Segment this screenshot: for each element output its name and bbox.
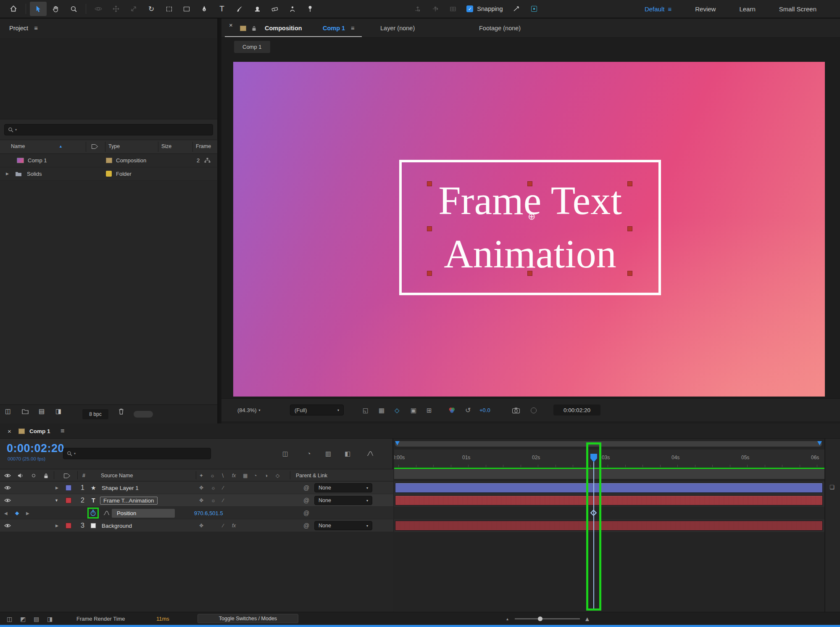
timeline-zoom-slider[interactable] bbox=[515, 618, 580, 619]
previous-keyframe-icon[interactable]: ◀ bbox=[4, 507, 8, 519]
layer-color-swatch[interactable] bbox=[66, 494, 71, 507]
show-snapshot-icon[interactable] bbox=[531, 399, 537, 422]
expand-arrow-icon[interactable]: ▶ bbox=[55, 519, 58, 532]
expand-arrow-icon[interactable]: ▶ bbox=[55, 481, 58, 494]
rectangle-shape-tool[interactable] bbox=[178, 2, 195, 16]
lock-icon[interactable] bbox=[252, 19, 256, 38]
color-management-icon[interactable] bbox=[448, 399, 456, 422]
property-label[interactable]: Position bbox=[112, 507, 175, 519]
puppet-pin-tool[interactable] bbox=[302, 2, 319, 16]
column-separator[interactable] bbox=[105, 142, 105, 152]
pen-tool[interactable] bbox=[196, 2, 213, 16]
project-item-name[interactable]: Solids bbox=[27, 167, 42, 180]
clone-stamp-tool[interactable] bbox=[249, 2, 266, 16]
panel-menu-icon[interactable]: ≡ bbox=[351, 19, 354, 38]
layer-duration-bar-background[interactable] bbox=[395, 521, 823, 531]
view-axis-mode-icon[interactable] bbox=[445, 2, 461, 16]
layer-name[interactable]: Background bbox=[102, 519, 132, 532]
anchor-point-icon[interactable]: ⊕ bbox=[528, 211, 535, 222]
selection-handle[interactable] bbox=[527, 271, 532, 276]
column-header-type[interactable]: Type bbox=[108, 140, 120, 153]
eye-icon[interactable] bbox=[4, 494, 11, 507]
layer-row-text[interactable]: ▼ 2 T Frame T...Animation ✥ ☼ ∕ @ None▾ bbox=[0, 494, 393, 507]
project-list-empty-area[interactable] bbox=[0, 181, 217, 405]
parent-link-dropdown[interactable]: None▾ bbox=[314, 521, 372, 530]
column-header-size[interactable]: Size bbox=[161, 140, 171, 153]
bit-depth-button[interactable]: 8 bpc bbox=[82, 409, 108, 419]
magnification-dropdown[interactable]: (84.3%)▾ bbox=[237, 399, 261, 422]
add-keyframe-icon[interactable]: ◆ bbox=[15, 507, 19, 519]
snap-bounding-box-icon[interactable] bbox=[526, 2, 542, 16]
zoom-out-mountain-icon[interactable]: ▴ bbox=[506, 612, 508, 625]
column-separator[interactable] bbox=[192, 142, 193, 152]
panel-resize-pill[interactable] bbox=[134, 411, 153, 418]
workspace-default[interactable]: Default≡ bbox=[633, 5, 683, 13]
in-out-columns-icon[interactable]: ▤ bbox=[34, 612, 39, 625]
collapse-arrow-icon[interactable]: ▼ bbox=[55, 494, 58, 507]
dolly-camera-tool[interactable] bbox=[125, 2, 142, 16]
search-options-chevron-icon[interactable]: ▾ bbox=[74, 452, 76, 455]
parent-link-dropdown[interactable]: None▾ bbox=[314, 496, 372, 505]
layer-tab[interactable]: Layer (none) bbox=[380, 19, 415, 38]
column-separator[interactable] bbox=[158, 142, 158, 152]
position-label[interactable]: Position bbox=[112, 509, 175, 518]
sort-ascending-icon[interactable]: ▲ bbox=[59, 140, 63, 153]
layer-duration-bar-shape[interactable] bbox=[395, 483, 823, 493]
workspace-small-screen[interactable]: Small Screen bbox=[768, 5, 835, 13]
fx-switch[interactable]: fx bbox=[232, 519, 236, 532]
orbit-camera-tool[interactable] bbox=[90, 2, 107, 16]
composition-mini-flowchart-icon[interactable]: ◫ bbox=[277, 448, 293, 459]
hand-tool[interactable] bbox=[47, 2, 64, 16]
layer-row-shape[interactable]: ▶ 1 ★ Shape Layer 1 ✥ ☼ ∕ @ None▾ bbox=[0, 481, 393, 494]
eye-icon[interactable] bbox=[4, 481, 11, 494]
selection-handle[interactable] bbox=[627, 271, 632, 276]
layer-name[interactable]: Frame T...Animation bbox=[100, 497, 158, 505]
property-graph-icon[interactable] bbox=[103, 507, 110, 519]
transparency-grid-icon[interactable]: ▦ bbox=[379, 399, 384, 422]
column-separator[interactable] bbox=[54, 471, 54, 479]
selection-tool[interactable] bbox=[30, 2, 47, 16]
world-axis-mode-icon[interactable] bbox=[427, 2, 444, 16]
zoom-in-mountain-icon[interactable]: ▲ bbox=[584, 612, 590, 625]
timeline-empty-area[interactable] bbox=[0, 532, 393, 612]
work-area-bar[interactable] bbox=[394, 469, 824, 479]
pick-whip-icon[interactable]: @ bbox=[303, 507, 309, 519]
column-separator[interactable] bbox=[290, 471, 290, 479]
project-settings-icon[interactable]: ◨ bbox=[55, 405, 61, 418]
quality-switch[interactable]: ∕ bbox=[223, 519, 224, 532]
trash-icon[interactable] bbox=[118, 405, 124, 418]
column-header-parent-link[interactable]: Parent & Link bbox=[296, 469, 327, 482]
composition-tab-title[interactable]: Composition bbox=[265, 19, 302, 38]
layer-name[interactable]: Shape Layer 1 bbox=[102, 481, 139, 494]
zoom-tool[interactable] bbox=[65, 2, 82, 16]
new-composition-icon[interactable]: ▤ bbox=[39, 405, 45, 418]
new-folder-icon[interactable] bbox=[22, 405, 29, 418]
stopwatch-icon-highlighted[interactable] bbox=[87, 508, 99, 519]
pan-camera-tool[interactable] bbox=[108, 2, 124, 16]
eye-icon[interactable] bbox=[4, 519, 11, 532]
close-tab-icon[interactable]: × bbox=[8, 423, 11, 439]
preview-timecode[interactable]: 0:00:02:20 bbox=[553, 405, 600, 415]
panel-menu-icon[interactable]: ≡ bbox=[34, 25, 37, 32]
workspace-menu-icon[interactable]: ≡ bbox=[668, 5, 671, 13]
pick-whip-icon[interactable]: @ bbox=[303, 481, 309, 494]
exposure-value[interactable]: +0.0 bbox=[479, 399, 490, 422]
column-separator[interactable] bbox=[196, 471, 196, 479]
local-axis-mode-icon[interactable] bbox=[409, 2, 426, 16]
snapshot-camera-icon[interactable] bbox=[512, 399, 520, 422]
quality-switch[interactable]: ∕ bbox=[223, 481, 224, 494]
expand-switches-icon[interactable]: ◫ bbox=[7, 612, 12, 625]
rotation-tool[interactable]: ↻ bbox=[143, 2, 160, 16]
snapping-checkbox[interactable]: ✓ bbox=[466, 5, 473, 12]
column-header-name[interactable]: Name bbox=[11, 140, 25, 153]
brush-tool[interactable] bbox=[231, 2, 248, 16]
position-property-row[interactable]: ◀ ◆ ▶ Position 970.6,501.5 @ bbox=[0, 507, 393, 519]
timeline-search-input[interactable]: ▾ bbox=[63, 448, 211, 459]
column-separator[interactable] bbox=[77, 471, 78, 479]
layer-color-swatch[interactable] bbox=[66, 519, 71, 532]
selection-handle[interactable] bbox=[627, 226, 632, 231]
shy-switch[interactable]: ✥ bbox=[199, 494, 203, 507]
composition-viewport[interactable]: Frame Text Animation ⊕ bbox=[233, 62, 825, 397]
timeline-tab-label[interactable]: Comp 1 bbox=[29, 423, 50, 439]
timeline-navigator-bar[interactable] bbox=[395, 441, 822, 447]
